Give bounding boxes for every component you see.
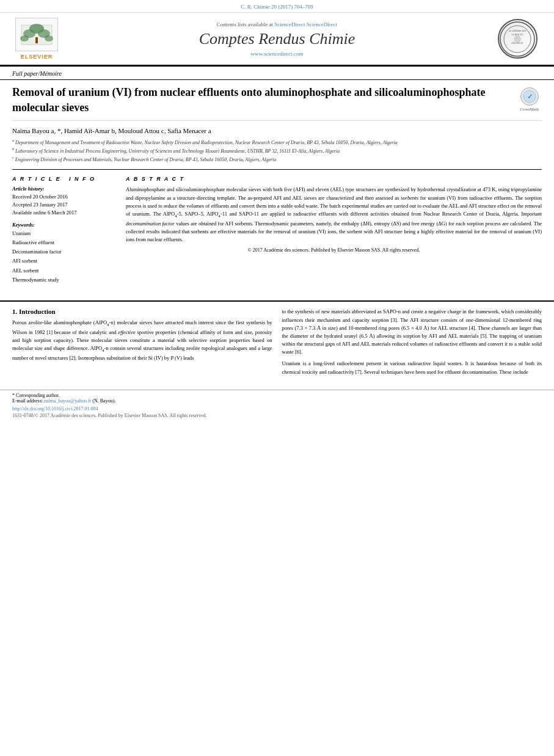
- sciencedirect-link[interactable]: ScienceDirect: [274, 21, 305, 27]
- email-author: (N. Bayou).: [92, 398, 115, 404]
- keyword-ael: AEL sorbent: [12, 266, 116, 275]
- authors-line: Naima Bayou a, *, Hamid Aït-Amar b, Moul…: [12, 127, 542, 134]
- free-word: free: [412, 220, 420, 227]
- article-info-heading: A R T I C L E I N F O: [12, 176, 116, 182]
- intro-para3: Uranium is a long-lived radioelement pre…: [282, 360, 542, 376]
- elsevier-wordmark: ELSEVIER: [21, 54, 53, 60]
- abstract-text: Aluminophosphate and silicoaluminophosph…: [126, 186, 542, 244]
- keywords-list: Uranium Radioactive effluent Decontamina…: [12, 229, 116, 285]
- institution-seal: ACADÉMIE DES SCIENCES FRANCE: [498, 19, 538, 59]
- crossmark-icon[interactable]: ✓: [520, 87, 539, 106]
- article-title: Removal of uranium (VI) from nuclear eff…: [12, 85, 511, 115]
- intro-para1: Porous zeolite-like aluminophosphate (Al…: [12, 319, 272, 362]
- elsevier-logo-box: [15, 18, 58, 51]
- seal-icon: ACADÉMIE DES SCIENCES FRANCE: [499, 21, 536, 57]
- journal-header: ELSEVIER Contents lists available at Sci…: [0, 13, 554, 66]
- elsevier-tree-icon: [18, 20, 55, 49]
- affiliations-block: a Department of Management and Treatment…: [12, 138, 542, 163]
- intro-section-title: 1. Introduction: [12, 308, 272, 315]
- main-content-area: Removal of uranium (VI) from nuclear eff…: [0, 80, 554, 294]
- footnote-area: * Corresponding author. E-mail address: …: [0, 390, 554, 404]
- keywords-section: Keywords: Uranium Radioactive effluent D…: [12, 222, 116, 285]
- article-info-column: A R T I C L E I N F O Article history: R…: [12, 176, 116, 289]
- affiliation-b: b Laboratory of Science in Industrial Pr…: [12, 147, 542, 155]
- contents-available-line: Contents lists available at ScienceDirec…: [67, 21, 487, 27]
- available-date: Available online 6 March 2017: [12, 209, 116, 217]
- history-label: Article history:: [12, 186, 116, 192]
- citation-text: C. R. Chimie 20 (2017) 704–709: [241, 4, 313, 10]
- svg-point-6: [45, 35, 53, 42]
- corresponding-note: * Corresponding author.: [12, 393, 542, 398]
- svg-text:ACADÉMIE DES: ACADÉMIE DES: [508, 29, 527, 32]
- body-right-column: to the synthesis of new materials abbrev…: [282, 308, 542, 379]
- keyword-radioactive: Radioactive effluent: [12, 238, 116, 247]
- abstract-heading: A B S T R A C T: [126, 176, 542, 182]
- keyword-thermodynamic: Thermodynamic study: [12, 275, 116, 285]
- paper-type-label: Full paper/Mémoire: [0, 67, 554, 80]
- body-content: 1. Introduction Porous zeolite-like alum…: [0, 308, 554, 379]
- affiliation-a: a Department of Management and Treatment…: [12, 138, 542, 147]
- journal-url[interactable]: www.sciencedirect.com: [67, 51, 487, 57]
- license-line: 1631-0748/© 2017 Académie des sciences. …: [0, 412, 554, 422]
- right-institution-logo: ACADÉMIE DES SCIENCES FRANCE: [493, 18, 542, 60]
- top-citation-bar: C. R. Chimie 20 (2017) 704–709: [0, 0, 554, 13]
- section-divider: [0, 300, 554, 302]
- copyright-line: © 2017 Académie des sciences. Published …: [126, 247, 542, 253]
- journal-title: Comptes Rendus Chimie: [67, 30, 487, 48]
- keyword-decontamination: Decontamination factor: [12, 247, 116, 256]
- intro-para2: to the synthesis of new materials abbrev…: [282, 308, 542, 356]
- title-area: Removal of uranium (VI) from nuclear eff…: [12, 85, 542, 121]
- affiliation-c: c Engineering Division of Processes and …: [12, 155, 542, 164]
- journal-info-center: Contents lists available at ScienceDirec…: [67, 18, 487, 60]
- info-abstract-columns: A R T I C L E I N F O Article history: R…: [12, 169, 542, 289]
- article-history: Article history: Received 20 October 201…: [12, 186, 116, 216]
- email-note: E-mail address: naima_bayou@yahoo.fr (N.…: [12, 398, 542, 404]
- keyword-uranium: Uranium: [12, 229, 116, 238]
- email-link[interactable]: naima_bayou@yahoo.fr: [44, 398, 91, 404]
- accepted-date: Accepted 23 January 2017: [12, 201, 116, 209]
- crossmark-area: ✓ CrossMark: [517, 87, 542, 112]
- body-left-column: 1. Introduction Porous zeolite-like alum…: [12, 308, 272, 379]
- keywords-label: Keywords:: [12, 222, 116, 228]
- keyword-afi: AFI sorbent: [12, 256, 116, 266]
- received-date: Received 20 October 2016: [12, 193, 116, 201]
- doi-line[interactable]: http://dx.doi.org/10.1016/j.crci.2017.01…: [0, 404, 554, 412]
- svg-text:✓: ✓: [527, 93, 533, 100]
- crossmark-label: CrossMark: [520, 107, 539, 112]
- elsevier-logo-area: ELSEVIER: [12, 18, 61, 60]
- svg-point-12: [514, 35, 521, 43]
- abstract-column: A B S T R A C T Aluminophosphate and sil…: [126, 176, 542, 289]
- svg-rect-4: [35, 37, 38, 43]
- svg-point-5: [20, 35, 29, 42]
- crossmark-symbol: ✓: [523, 90, 536, 103]
